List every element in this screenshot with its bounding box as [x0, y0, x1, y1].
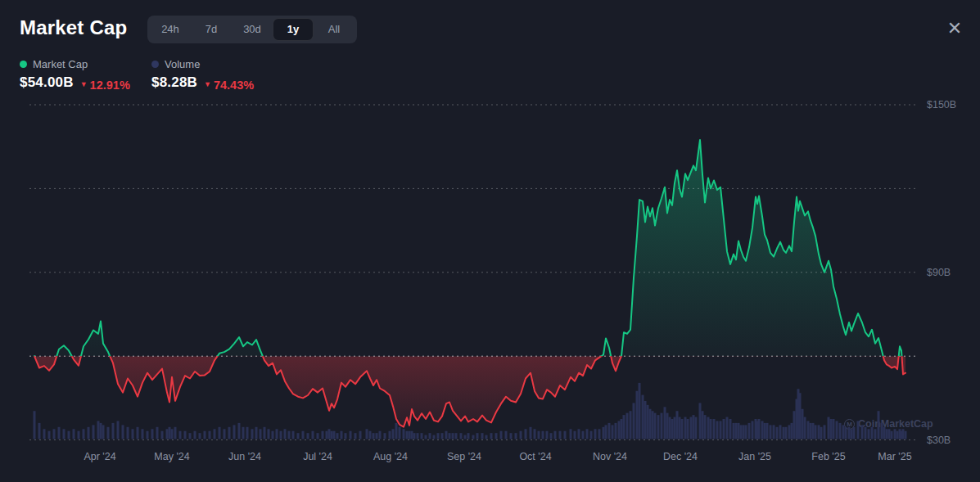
x-axis-label: Sep '24 — [447, 451, 481, 462]
x-axis-label: Jul '24 — [303, 451, 332, 462]
x-axis-label: Dec '24 — [663, 451, 698, 462]
market-cap-widget: Market Cap 24h7d30d1yAll ✕ Market Cap Vo… — [0, 0, 980, 482]
y-axis-label: $30B — [927, 435, 951, 446]
x-axis-label: Apr '24 — [84, 451, 115, 462]
chart-canvas[interactable] — [0, 0, 980, 482]
x-axis-label: Jun '24 — [228, 451, 261, 462]
x-axis-label: May '24 — [154, 451, 189, 462]
x-axis-label: Mar '25 — [878, 451, 911, 462]
x-axis-label: Oct '24 — [519, 451, 551, 462]
x-axis-label: Feb '25 — [811, 451, 845, 462]
x-axis-label: Nov '24 — [593, 451, 627, 462]
x-axis-label: Jan '25 — [738, 451, 771, 462]
y-axis-label: $150B — [927, 99, 956, 110]
y-axis-label: $90B — [927, 267, 951, 278]
x-axis-label: Aug '24 — [373, 451, 408, 462]
